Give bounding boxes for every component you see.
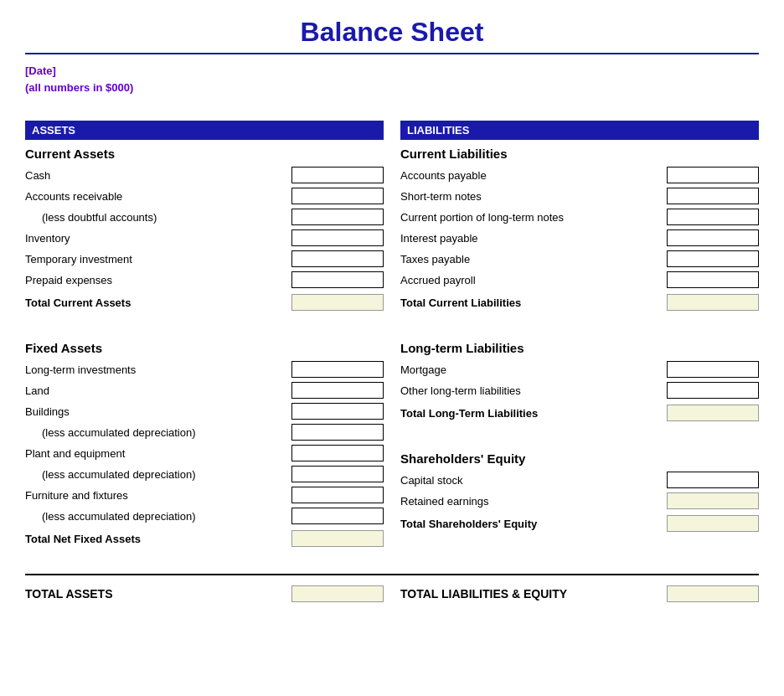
list-item: Long-term investments [25,360,384,379]
plant-depreciation-input[interactable] [291,466,384,482]
retained-earnings-label: Retained earnings [400,495,667,508]
total-net-fixed-assets-label: Total Net Fixed Assets [25,533,291,545]
accrued-payroll-label: Accrued payroll [400,274,667,286]
bottom-totals: TOTAL ASSETS TOTAL LIABILITIES & EQUITY [25,574,759,602]
buildings-input[interactable] [291,403,384,420]
list-item: Taxes payable [400,250,759,268]
fixed-assets-title: Fixed Assets [25,341,384,355]
list-item: Current portion of long-term notes [400,208,759,226]
current-assets-title: Current Assets [25,147,384,161]
inventory-input[interactable] [291,229,384,246]
list-item: Accounts receivable [25,187,384,205]
furniture-depreciation-input[interactable] [291,508,384,524]
buildings-label: Buildings [25,405,291,418]
total-current-liabilities-label: Total Current Liabilities [400,296,667,309]
temporary-investment-label: Temporary investment [25,253,291,266]
land-label: Land [25,384,291,397]
long-term-investments-label: Long-term investments [25,363,291,376]
prepaid-expenses-label: Prepaid expenses [25,274,291,286]
current-liabilities-title: Current Liabilities [400,147,759,161]
subtitle-note: (all numbers in $000) [25,80,759,96]
list-item: Buildings [25,402,384,420]
total-current-liabilities-row: Total Current Liabilities [400,292,759,312]
total-current-assets-row: Total Current Assets [25,292,384,312]
total-net-fixed-assets-row: Total Net Fixed Assets [25,528,384,549]
long-term-investments-input[interactable] [291,361,384,378]
total-assets-label: TOTAL ASSETS [25,587,291,601]
list-item: Land [25,381,384,400]
list-item: Short-term notes [400,187,759,205]
other-longterm-input[interactable] [667,382,759,399]
mortgage-label: Mortgage [400,363,667,376]
taxes-payable-input[interactable] [667,250,759,267]
total-assets-input[interactable] [291,585,384,602]
inventory-label: Inventory [25,232,291,245]
total-net-fixed-assets-input[interactable] [291,530,384,547]
plant-equipment-input[interactable] [291,445,384,461]
equity-title: Shareholders' Equity [400,451,759,466]
other-longterm-label: Other long-term liabilities [400,384,667,397]
assets-header: ASSETS [25,121,384,140]
retained-earnings-input[interactable] [667,492,759,509]
short-term-notes-label: Short-term notes [400,190,667,203]
short-term-notes-input[interactable] [667,188,759,204]
furniture-fixtures-input[interactable] [291,487,384,503]
liabilities-column: LIABILITIES Current Liabilities Accounts… [400,121,759,557]
mortgage-input[interactable] [667,361,759,378]
accrued-payroll-input[interactable] [667,271,759,288]
total-current-assets-label: Total Current Assets [25,296,291,309]
cash-label: Cash [25,169,291,182]
list-item: Capital stock [400,471,759,489]
list-item: Mortgage [400,360,759,379]
liabilities-header: LIABILITIES [400,121,759,140]
current-portion-longterm-input[interactable] [667,209,759,225]
list-item: (less doubtful accounts) [25,208,384,226]
accounts-payable-input[interactable] [667,167,759,183]
list-item: Plant and equipment [25,444,384,462]
total-liabilities-equity-input[interactable] [667,585,759,602]
total-current-liabilities-input[interactable] [667,294,759,311]
buildings-depreciation-input[interactable] [291,424,384,441]
longterm-liabilities-title: Long-term Liabilities [400,341,759,355]
total-longterm-liabilities-row: Total Long-Term Liabilities [400,403,759,423]
interest-payable-input[interactable] [667,229,759,246]
total-longterm-liabilities-input[interactable] [667,405,759,421]
list-item: Accounts payable [400,166,759,184]
less-doubtful-label: (less doubtful accounts) [25,211,291,224]
subtitle-date: [Date] [25,63,759,80]
prepaid-expenses-input[interactable] [291,271,384,288]
list-item: Other long-term liabilities [400,381,759,400]
list-item: Accrued payroll [400,271,759,289]
total-equity-label: Total Shareholders' Equity [400,518,667,530]
plant-depreciation-label: (less accumulated depreciation) [25,468,291,481]
total-assets-row: TOTAL ASSETS [25,585,384,602]
buildings-depreciation-label: (less accumulated depreciation) [25,426,291,439]
current-portion-longterm-label: Current portion of long-term notes [400,211,667,224]
capital-stock-label: Capital stock [400,474,667,487]
taxes-payable-label: Taxes payable [400,253,667,266]
accounts-receivable-input[interactable] [291,188,384,204]
total-current-assets-input[interactable] [291,294,384,311]
interest-payable-label: Interest payable [400,232,667,245]
list-item: Furniture and fixtures [25,486,384,504]
list-item: Interest payable [400,229,759,247]
list-item: Retained earnings [400,492,759,510]
less-doubtful-input[interactable] [291,209,384,225]
assets-column: ASSETS Current Assets Cash Accounts rece… [25,121,384,557]
total-liabilities-equity-row: TOTAL LIABILITIES & EQUITY [400,585,759,602]
capital-stock-input[interactable] [667,472,759,488]
land-input[interactable] [291,382,384,399]
list-item: (less accumulated depreciation) [25,423,384,441]
total-equity-row: Total Shareholders' Equity [400,513,759,534]
page-title: Balance Sheet [25,17,759,54]
list-item: Cash [25,166,384,184]
total-equity-input[interactable] [667,515,759,532]
temporary-investment-input[interactable] [291,250,384,267]
plant-equipment-label: Plant and equipment [25,447,291,460]
list-item: Inventory [25,229,384,247]
total-longterm-liabilities-label: Total Long-Term Liabilities [400,407,667,420]
list-item: (less accumulated depreciation) [25,507,384,525]
furniture-depreciation-label: (less accumulated depreciation) [25,510,291,523]
cash-input[interactable] [291,167,384,183]
list-item: (less accumulated depreciation) [25,465,384,483]
